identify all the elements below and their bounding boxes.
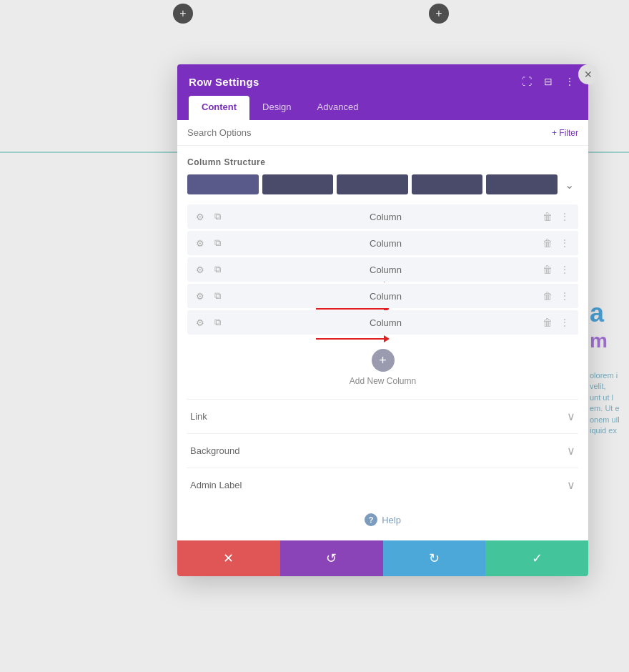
- close-panel-button[interactable]: ✕: [578, 64, 598, 84]
- arrow-line-4: [316, 308, 384, 310]
- table-row: ⚙ ⧉ Column 🗑 ⋮: [187, 204, 578, 229]
- panel-header-icons: ⛶ ⊟ ⋮: [520, 74, 577, 89]
- panel-header-top: Row Settings ⛶ ⊟ ⋮: [189, 74, 577, 89]
- column-structure-label: Column Structure: [187, 157, 578, 167]
- more-options-icon[interactable]: ⋮: [563, 74, 577, 89]
- trash-icon-1[interactable]: 🗑: [541, 210, 554, 223]
- accordion-admin-label-title: Admin Label: [190, 480, 242, 490]
- gear-icon-4[interactable]: ⚙: [194, 290, 206, 302]
- panel-title: Row Settings: [189, 76, 259, 88]
- help-icon: ?: [365, 513, 377, 526]
- search-bar: + Filter: [177, 120, 588, 146]
- gear-icon-3[interactable]: ⚙: [194, 264, 206, 275]
- table-row: ⚙ ⧉ Column 🗑 ⋮: [187, 310, 578, 335]
- more-icon-4[interactable]: ⋮: [558, 290, 571, 302]
- accordion-link-header[interactable]: Link ∨: [187, 400, 578, 433]
- panel-tabs: Content Design Advanced: [189, 96, 577, 120]
- panel-header: Row Settings ⛶ ⊟ ⋮ Content Design Advanc…: [177, 64, 588, 120]
- col-layout-1[interactable]: [187, 174, 259, 194]
- fullscreen-icon[interactable]: ⛶: [520, 74, 534, 89]
- page-content-right: a m olorem ivelit,unt ut lem. Ut eonem u…: [583, 0, 629, 672]
- more-icon-2[interactable]: ⋮: [558, 237, 571, 249]
- more-icon-5[interactable]: ⋮: [558, 316, 571, 329]
- copy-icon-2[interactable]: ⧉: [212, 237, 223, 249]
- column-label-5: Column: [230, 317, 541, 328]
- accordion-link-title: Link: [190, 411, 207, 422]
- bg-lorem-text: olorem ivelit,unt ut lem. Ut eonem ulliq…: [590, 370, 622, 436]
- table-row: ⚙ ⧉ Column 🗑 ⋮: [187, 284, 578, 308]
- redo-button[interactable]: ↻: [383, 540, 486, 576]
- col-row-icons-1: ⚙ ⧉: [194, 211, 223, 222]
- reset-button[interactable]: ↺: [280, 540, 383, 576]
- accordion-admin-label-header[interactable]: Admin Label ∨: [187, 468, 578, 502]
- bg-letter-a: a: [590, 300, 622, 326]
- gear-icon-2[interactable]: ⚙: [194, 237, 206, 249]
- col-layout-5[interactable]: [486, 174, 558, 194]
- trash-icon-4[interactable]: 🗑: [541, 290, 554, 302]
- trash-icon-2[interactable]: 🗑: [541, 237, 554, 249]
- search-input[interactable]: [187, 127, 552, 138]
- copy-icon-5[interactable]: ⧉: [212, 317, 223, 328]
- col-layout-3[interactable]: [337, 174, 408, 194]
- help-label: Help: [382, 515, 401, 525]
- columns-icon[interactable]: ⊟: [541, 74, 555, 89]
- save-button[interactable]: ✓: [485, 540, 588, 576]
- panel-footer: ✕ ↺ ↻ ✓: [177, 540, 588, 576]
- col-row-actions-5: 🗑 ⋮: [541, 316, 571, 329]
- accordion-background: Background ∨: [187, 433, 578, 468]
- tab-content[interactable]: Content: [189, 96, 249, 120]
- col-expand-icon[interactable]: ⌄: [561, 176, 578, 193]
- accordion-link: Link ∨: [187, 399, 578, 433]
- gear-icon-1[interactable]: ⚙: [194, 211, 206, 222]
- col-row-actions-1: 🗑 ⋮: [541, 210, 571, 223]
- arrow-line-5: [316, 338, 384, 340]
- add-column-button[interactable]: +: [372, 349, 395, 372]
- add-column-label: Add New Column: [350, 376, 416, 386]
- col-row-icons-3: ⚙ ⧉: [194, 264, 223, 275]
- more-icon-3[interactable]: ⋮: [558, 263, 571, 276]
- copy-icon-1[interactable]: ⧉: [212, 211, 223, 222]
- column-label-1: Column: [230, 212, 541, 222]
- more-icon-1[interactable]: ⋮: [558, 210, 571, 223]
- panel-body: Column Structure ⌄: [177, 146, 588, 540]
- col-row-actions-2: 🗑 ⋮: [541, 237, 571, 249]
- arrow-head-5: [384, 335, 390, 342]
- tab-design[interactable]: Design: [249, 96, 304, 120]
- col-row-icons-4: ⚙ ⧉: [194, 290, 223, 302]
- trash-icon-3[interactable]: 🗑: [541, 263, 554, 276]
- table-row: ⚙ ⧉ Column 🗑 ⋮: [187, 257, 578, 282]
- chevron-down-icon-admin: ∨: [567, 478, 575, 492]
- column-label-2: Column: [230, 238, 541, 249]
- table-row: ⚙ ⧉ Column 🗑 ⋮: [187, 231, 578, 255]
- arrow-5: [316, 335, 390, 342]
- col-row-icons-2: ⚙ ⧉: [194, 237, 223, 249]
- accordion-background-title: Background: [190, 445, 239, 456]
- column-structure-selector: ⌄: [187, 174, 578, 194]
- col-layout-4[interactable]: [412, 174, 483, 194]
- tab-advanced[interactable]: Advanced: [304, 96, 372, 120]
- copy-icon-4[interactable]: ⧉: [212, 290, 223, 302]
- accordion-background-header[interactable]: Background ∨: [187, 434, 578, 468]
- column-rows-container: ⚙ ⧉ Column 🗑 ⋮ ⚙ ⧉ Column: [187, 204, 578, 335]
- column-rows: ⚙ ⧉ Column 🗑 ⋮ ⚙ ⧉ Column: [187, 204, 578, 335]
- col-row-actions-4: 🗑 ⋮: [541, 290, 571, 302]
- copy-icon-3[interactable]: ⧉: [212, 264, 223, 275]
- trash-icon-5[interactable]: 🗑: [541, 316, 554, 329]
- chevron-down-icon-link: ∨: [567, 410, 575, 423]
- filter-button[interactable]: + Filter: [552, 128, 578, 138]
- column-label-4: Column: [230, 291, 541, 302]
- col-row-icons-5: ⚙ ⧉: [194, 317, 223, 328]
- col-row-actions-3: 🗑 ⋮: [541, 263, 571, 276]
- accordion-admin-label: Admin Label ∨: [187, 468, 578, 502]
- gear-icon-5[interactable]: ⚙: [194, 317, 206, 328]
- add-column-area: + Add New Column: [187, 342, 578, 399]
- row-settings-panel: Row Settings ⛶ ⊟ ⋮ Content Design Advanc…: [177, 64, 588, 576]
- help-area[interactable]: ? Help: [187, 502, 578, 533]
- chevron-down-icon-background: ∨: [567, 444, 575, 458]
- cancel-button[interactable]: ✕: [177, 540, 280, 576]
- column-label-3: Column: [230, 265, 541, 275]
- col-layout-2[interactable]: [262, 174, 334, 194]
- bg-letter-m: m: [590, 326, 622, 356]
